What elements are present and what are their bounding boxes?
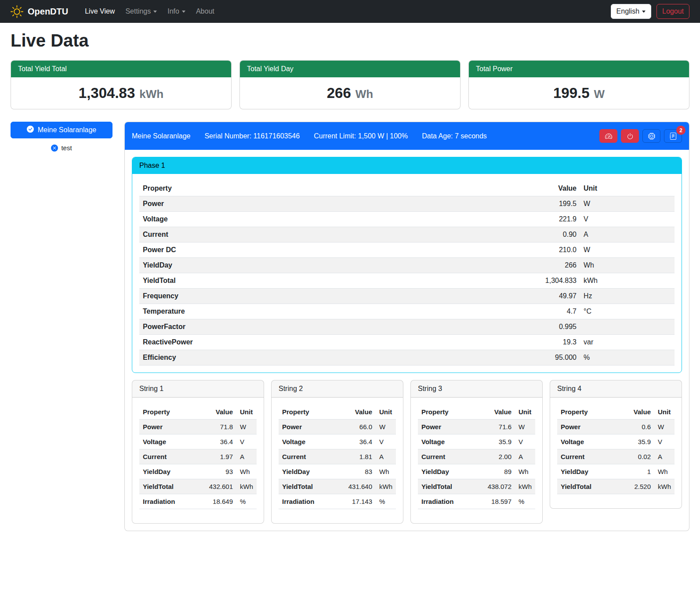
string-2-header-row: PropertyValueUnit xyxy=(279,405,396,420)
property-unit: Wh xyxy=(376,464,396,479)
phase-header-row: PropertyValueUnit xyxy=(139,181,675,196)
table-row: Temperature4.7°C xyxy=(139,304,675,319)
device-info-button[interactable] xyxy=(642,129,660,143)
property-name: YieldTotal xyxy=(418,479,483,494)
string-card-title: String 4 xyxy=(550,380,682,398)
power-toggle-button[interactable] xyxy=(621,129,639,143)
property-unit: kWh xyxy=(654,479,675,494)
nav-item-live-view[interactable]: Live View xyxy=(80,4,120,19)
nav-item-label: Live View xyxy=(85,7,115,15)
summary-card-title: Total Yield Day xyxy=(240,61,460,77)
table-row: Irradiation17.143% xyxy=(279,494,396,509)
property-name: YieldTotal xyxy=(139,273,510,289)
table-row: YieldDay89Wh xyxy=(418,464,535,479)
string-4-header-row: PropertyValueUnit xyxy=(557,405,675,420)
sun-icon xyxy=(11,5,23,18)
inverter-current-limit: Current Limit: 1,500 W | 100% xyxy=(314,132,408,140)
table-row: Irradiation18.597% xyxy=(418,494,535,509)
table-row: Power DC210.0W xyxy=(139,242,675,258)
property-unit: V xyxy=(654,434,675,449)
summary-value: 266 xyxy=(327,85,351,101)
string-table: PropertyValueUnitPower71.8WVoltage36.4VC… xyxy=(139,405,257,509)
chevron-down-icon xyxy=(182,11,185,13)
property-value: 221.9 xyxy=(510,212,580,227)
property-unit: W xyxy=(654,420,675,434)
summary-card-title: Total Yield Total xyxy=(11,61,231,77)
summary-unit: kWh xyxy=(139,87,163,101)
journal-icon xyxy=(670,133,677,140)
string-1-header-property: Property xyxy=(139,405,205,420)
property-name: Current xyxy=(139,449,205,464)
table-row: Irradiation18.649% xyxy=(139,494,257,509)
sidebar-item-label: test xyxy=(61,144,72,152)
property-value: 2.520 xyxy=(623,479,654,494)
inverter-card-body: Phase 1 PropertyValueUnitPower199.5WVolt… xyxy=(125,150,689,531)
table-row: YieldTotal438.072kWh xyxy=(418,479,535,494)
property-value: 199.5 xyxy=(510,196,580,212)
property-unit: Wh xyxy=(236,464,257,479)
table-row: YieldDay83Wh xyxy=(279,464,396,479)
nav-item-label: Info xyxy=(167,7,179,15)
live-data-page: Live Data Total Yield Total 1,304.83kWh … xyxy=(0,23,700,542)
x-circle-icon xyxy=(51,145,58,152)
property-name: Current xyxy=(139,227,510,242)
language-selector[interactable]: English xyxy=(611,4,651,19)
sidebar-item-test[interactable]: test xyxy=(11,144,112,152)
power-icon xyxy=(627,133,634,140)
summary-card-title: Total Power xyxy=(469,61,689,77)
brand[interactable]: OpenDTU xyxy=(11,5,68,18)
table-row: Current1.81A xyxy=(279,449,396,464)
property-name: Power DC xyxy=(139,242,510,258)
inverter-serial: Serial Number: 116171603546 xyxy=(204,132,300,140)
property-value: 432.601 xyxy=(205,479,236,494)
property-name: Power xyxy=(418,420,483,434)
property-unit: W xyxy=(515,420,535,434)
property-name: Irradiation xyxy=(279,494,344,509)
string-4-header-property: Property xyxy=(557,405,623,420)
string-card-2: String 2 PropertyValueUnitPower66.0WVolt… xyxy=(271,380,403,524)
property-name: Irradiation xyxy=(139,494,205,509)
property-value: 438.072 xyxy=(483,479,515,494)
property-value: 0.995 xyxy=(510,319,580,335)
property-unit: Hz xyxy=(580,289,675,304)
property-value: 0.6 xyxy=(623,420,654,434)
nav-item-about[interactable]: About xyxy=(191,4,220,19)
string-card-title: String 3 xyxy=(411,380,542,398)
property-unit: A xyxy=(236,449,257,464)
property-unit: Wh xyxy=(654,464,675,479)
nav-menu: Live ViewSettingsInfoAbout xyxy=(80,4,220,19)
property-name: YieldTotal xyxy=(557,479,623,494)
strings-grid: String 1 PropertyValueUnitPower71.8WVolt… xyxy=(132,380,682,524)
property-name: YieldDay xyxy=(139,464,205,479)
property-unit: V xyxy=(580,212,675,227)
event-log-button[interactable]: 2 xyxy=(664,129,682,143)
navbar: OpenDTU Live ViewSettingsInfoAbout Engli… xyxy=(0,0,700,23)
cpu-icon xyxy=(648,133,655,140)
inverter-card-header: Meine Solaranlage Serial Number: 1161716… xyxy=(125,122,689,150)
summary-unit: Wh xyxy=(355,87,373,101)
property-value: 18.649 xyxy=(205,494,236,509)
inverter-name: Meine Solaranlage xyxy=(132,132,190,140)
nav-item-info[interactable]: Info xyxy=(162,4,191,19)
string-card-4: String 4 PropertyValueUnitPower0.6WVolta… xyxy=(550,380,682,509)
string-1-header-unit: Unit xyxy=(236,405,257,420)
string-4-header-value: Value xyxy=(623,405,654,420)
nav-item-settings[interactable]: Settings xyxy=(120,4,162,19)
table-row: Power66.0W xyxy=(279,420,396,434)
sidebar-item-meine-solaranlage[interactable]: Meine Solaranlage xyxy=(11,122,112,138)
inverter-actions: 2 xyxy=(599,129,682,143)
string-card-1: String 1 PropertyValueUnitPower71.8WVolt… xyxy=(132,380,264,524)
property-unit: A xyxy=(376,449,396,464)
string-2-header-value: Value xyxy=(344,405,376,420)
gauge-icon xyxy=(605,133,612,140)
limit-settings-button[interactable] xyxy=(599,129,617,143)
property-unit: kWh xyxy=(580,273,675,289)
property-unit: A xyxy=(515,449,535,464)
property-value: 1,304.833 xyxy=(510,273,580,289)
property-unit: Wh xyxy=(580,258,675,273)
event-count-badge: 2 xyxy=(676,126,685,135)
property-unit: kWh xyxy=(376,479,396,494)
logout-button[interactable]: Logout xyxy=(656,4,689,19)
property-name: Voltage xyxy=(279,434,344,449)
property-unit: V xyxy=(236,434,257,449)
